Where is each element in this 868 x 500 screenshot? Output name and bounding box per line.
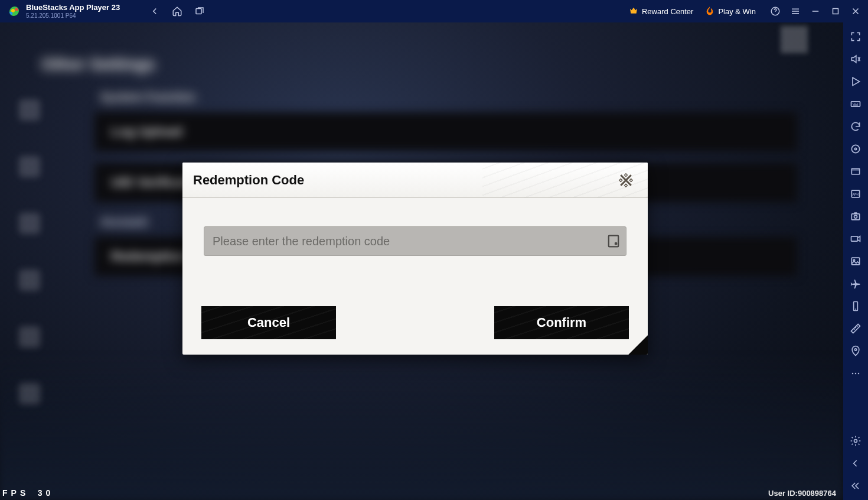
play-store-icon[interactable] bbox=[850, 76, 862, 87]
redemption-code-modal: Redemption Code Cancel Confirm bbox=[182, 163, 648, 355]
svg-rect-12 bbox=[851, 214, 859, 220]
titlebar: BlueStacks App Player 23 5.21.205.1001 P… bbox=[0, 0, 868, 22]
collapse-icon[interactable] bbox=[850, 480, 862, 492]
install-apk-icon[interactable]: APK bbox=[850, 188, 862, 200]
fullscreen-icon[interactable] bbox=[850, 31, 862, 43]
blurred-row-log-upload: Log Upload bbox=[94, 112, 797, 151]
screenshot-icon[interactable] bbox=[850, 210, 862, 222]
bluestacks-logo-icon bbox=[7, 4, 21, 18]
confirm-button[interactable]: Confirm bbox=[494, 306, 629, 339]
svg-rect-1 bbox=[196, 9, 201, 14]
minimize-icon[interactable] bbox=[810, 6, 821, 17]
help-icon[interactable] bbox=[770, 6, 781, 17]
modal-title: Redemption Code bbox=[193, 173, 304, 188]
reward-center-label: Reward Center bbox=[642, 7, 693, 16]
svg-point-8 bbox=[854, 148, 856, 150]
modal-close-icon[interactable] bbox=[617, 171, 635, 189]
right-sidebar: APK bbox=[843, 22, 868, 500]
location-icon[interactable] bbox=[850, 345, 862, 357]
modal-corner-accent bbox=[628, 335, 648, 355]
play-and-win-button[interactable]: Play & Win bbox=[699, 6, 762, 17]
crown-icon bbox=[629, 6, 638, 17]
cancel-button[interactable]: Cancel bbox=[201, 306, 336, 339]
svg-rect-4 bbox=[609, 236, 618, 247]
home-icon[interactable] bbox=[172, 6, 182, 17]
keymap-icon[interactable] bbox=[850, 98, 862, 110]
svg-rect-9 bbox=[851, 168, 859, 174]
image-icon[interactable] bbox=[850, 255, 862, 267]
svg-point-22 bbox=[854, 440, 857, 443]
sync-icon[interactable] bbox=[850, 121, 862, 132]
svg-rect-14 bbox=[851, 236, 858, 241]
menu-icon[interactable] bbox=[790, 6, 801, 17]
svg-point-21 bbox=[858, 373, 860, 375]
svg-rect-15 bbox=[851, 258, 859, 265]
paste-icon[interactable] bbox=[605, 233, 622, 249]
device-icon[interactable] bbox=[850, 300, 862, 312]
reward-center-button[interactable]: Reward Center bbox=[623, 6, 699, 17]
close-window-icon[interactable] bbox=[850, 6, 861, 17]
svg-marker-5 bbox=[853, 77, 860, 85]
app-name: BlueStacks App Player 23 bbox=[26, 4, 120, 12]
fps-counter: FPS 30 bbox=[2, 488, 54, 498]
rotate-icon[interactable] bbox=[850, 143, 862, 155]
airplane-icon[interactable] bbox=[850, 278, 862, 290]
record-icon[interactable] bbox=[850, 233, 862, 245]
redemption-code-input[interactable] bbox=[204, 226, 626, 256]
back-icon[interactable] bbox=[149, 6, 160, 17]
ruler-icon[interactable] bbox=[850, 323, 862, 335]
more-icon[interactable] bbox=[850, 368, 862, 379]
title-block: BlueStacks App Player 23 5.21.205.1001 P… bbox=[26, 4, 120, 18]
code-input-wrap bbox=[204, 226, 626, 256]
modal-header: Redemption Code bbox=[182, 163, 648, 198]
recents-icon[interactable] bbox=[194, 6, 205, 17]
play-and-win-label: Play & Win bbox=[718, 7, 756, 16]
maximize-icon[interactable] bbox=[830, 6, 841, 17]
svg-rect-3 bbox=[833, 9, 838, 14]
svg-point-19 bbox=[852, 373, 854, 375]
svg-point-20 bbox=[855, 373, 857, 375]
blurred-section-title: System Function bbox=[100, 90, 808, 104]
svg-point-18 bbox=[854, 349, 856, 350]
volume-icon[interactable] bbox=[850, 53, 862, 65]
blurred-left-nav bbox=[12, 93, 47, 465]
app-version: 5.21.205.1001 P64 bbox=[26, 12, 120, 19]
media-icon[interactable] bbox=[850, 165, 862, 177]
settings-icon[interactable] bbox=[850, 435, 862, 447]
flame-icon bbox=[705, 6, 714, 17]
blurred-page-title: Other Settings bbox=[41, 55, 808, 74]
user-id: User ID:900898764 bbox=[768, 489, 836, 498]
svg-point-13 bbox=[854, 215, 857, 218]
svg-point-7 bbox=[851, 145, 859, 152]
svg-text:APK: APK bbox=[852, 193, 859, 196]
back-arrow-icon[interactable] bbox=[850, 457, 862, 469]
game-viewport: Other Settings System Function Log Uploa… bbox=[0, 22, 843, 500]
